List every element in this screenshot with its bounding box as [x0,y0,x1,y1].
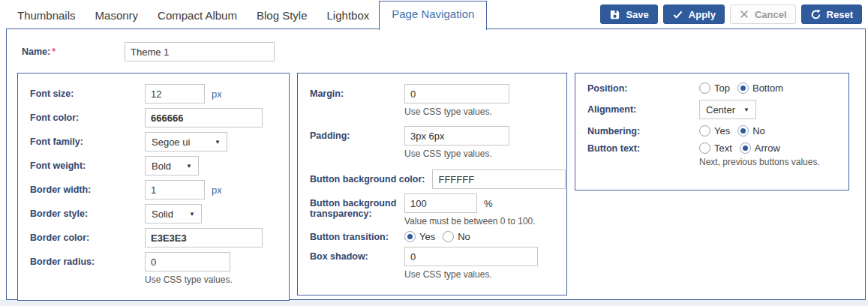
theme-name-input[interactable] [125,42,275,62]
font-size-label: Font size: [30,88,145,99]
padding-row: Padding: Use CSS type values. [310,126,554,159]
button-bg-transparency-label: Button background transparency: [310,194,404,219]
button-bg-transparency-input[interactable] [404,194,477,213]
border-style-select[interactable]: Solid ▼ [145,204,202,224]
button-bg-color-label: Button background color: [310,174,425,184]
tab-page-navigation[interactable]: Page Navigation [379,1,487,30]
apply-button[interactable]: Apply [663,4,725,24]
margin-hint: Use CSS type values. [404,106,509,117]
tab-strip: Thumbnails Masonry Compact Album Blog St… [8,1,487,28]
font-color-input[interactable] [145,108,263,128]
caret-down-icon: ▼ [743,106,749,113]
font-size-unit: px [212,88,222,100]
position-radio-group: Top Bottom [699,82,791,94]
font-color-row: Font color: [30,108,277,128]
border-color-row: Border color: [30,228,277,248]
button-transition-radio-group: Yes No [404,231,478,242]
font-family-row: Font family: Segoe ui ▼ [30,132,277,152]
margin-label: Margin: [310,84,404,99]
page-navigation-settings-panel: Name:* Font size: px Font color: Font fa… [6,28,866,300]
box-shadow-input[interactable] [404,247,538,266]
alignment-label: Alignment: [587,104,699,115]
border-width-row: Border width: px [30,180,277,200]
button-text-arrow-radio[interactable] [740,142,751,154]
reset-button[interactable]: Reset [801,4,862,24]
caret-down-icon: ▼ [215,139,221,146]
page-background-strip [0,300,868,306]
button-transition-yes-radio[interactable] [404,231,416,242]
alignment-select[interactable]: Center ▼ [699,100,756,119]
numbering-yes-radio[interactable] [699,125,710,136]
spacing-button-settings-box: Margin: Use CSS type values. Padding: Us… [297,73,567,296]
margin-input[interactable] [404,84,509,104]
button-text-text-label[interactable]: Text [714,142,732,154]
numbering-no-label[interactable]: No [752,125,765,136]
action-toolbar: Save Apply Cancel Reset [600,4,862,24]
font-weight-row: Font weight: Bold ▼ [30,156,277,176]
button-transition-no-label[interactable]: No [458,231,470,242]
button-text-label: Button text: [587,142,699,154]
font-size-input[interactable] [145,84,205,104]
tab-thumbnails[interactable]: Thumbnails [8,2,86,28]
position-label: Position: [587,83,699,94]
border-color-input[interactable] [145,228,263,248]
reset-button-label: Reset [827,9,853,20]
font-weight-select[interactable]: Bold ▼ [145,156,199,176]
border-width-label: Border width: [30,184,145,195]
box-shadow-row: Box shadow: Use CSS type values. [310,247,554,280]
floppy-disk-icon [609,9,620,20]
close-icon [739,9,749,20]
button-bg-transparency-row: Button background transparency: % Value … [310,194,554,226]
border-radius-row: Border radius: Use CSS type values. [30,252,277,285]
required-asterisk: * [52,46,56,57]
numbering-no-radio[interactable] [737,125,749,136]
border-radius-label: Border radius: [30,252,145,267]
navigation-options-box: Position: Top Bottom Alignment: Center ▼… [575,73,849,190]
padding-input[interactable] [404,126,509,146]
button-bg-color-row: Button background color: [310,170,554,189]
border-radius-hint: Use CSS type values. [145,274,233,285]
border-radius-input[interactable] [145,252,230,272]
border-width-input[interactable] [145,180,205,200]
margin-row: Margin: Use CSS type values. [310,84,554,117]
button-bg-color-input[interactable] [432,170,566,189]
padding-hint: Use CSS type values. [404,148,509,159]
button-transition-yes-label[interactable]: Yes [419,231,435,242]
tab-lightbox[interactable]: Lightbox [317,2,380,28]
position-top-radio[interactable] [699,82,710,94]
save-button[interactable]: Save [600,4,657,24]
alignment-row: Alignment: Center ▼ [587,100,836,119]
button-transition-no-radio[interactable] [443,231,454,242]
tab-masonry[interactable]: Masonry [86,2,149,28]
numbering-row: Numbering: Yes No [587,125,836,136]
cancel-button[interactable]: Cancel [730,4,796,24]
border-style-row: Border style: Solid ▼ [30,204,277,224]
percent-suffix: % [484,198,493,209]
apply-button-label: Apply [689,9,716,20]
cancel-button-label: Cancel [755,9,787,20]
theme-name-row: Name:* [22,42,865,62]
font-border-settings-box: Font size: px Font color: Font family: S… [17,73,290,301]
font-family-value: Segoe ui [152,136,190,148]
name-label: Name:* [22,46,125,57]
top-bar: Thumbnails Masonry Compact Album Blog St… [0,0,868,28]
border-color-label: Border color: [30,232,145,243]
box-shadow-hint: Use CSS type values. [404,269,538,280]
button-text-arrow-label[interactable]: Arrow [755,142,780,154]
refresh-icon [810,9,821,20]
font-family-select[interactable]: Segoe ui ▼ [145,132,227,152]
button-text-text-radio[interactable] [699,142,710,154]
border-style-value: Solid [152,208,173,220]
numbering-yes-label[interactable]: Yes [714,125,730,136]
position-top-label[interactable]: Top [714,82,730,94]
position-bottom-label[interactable]: Bottom [752,82,783,94]
alignment-value: Center [706,104,735,116]
border-style-label: Border style: [30,208,145,219]
numbering-radio-group: Yes No [699,125,773,136]
tab-blog-style[interactable]: Blog Style [247,2,317,28]
button-bg-transparency-hint: Value must be between 0 to 100. [404,216,536,226]
tab-compact-album[interactable]: Compact Album [148,2,247,28]
position-bottom-radio[interactable] [737,82,749,94]
padding-label: Padding: [310,126,404,141]
font-weight-value: Bold [152,160,171,172]
